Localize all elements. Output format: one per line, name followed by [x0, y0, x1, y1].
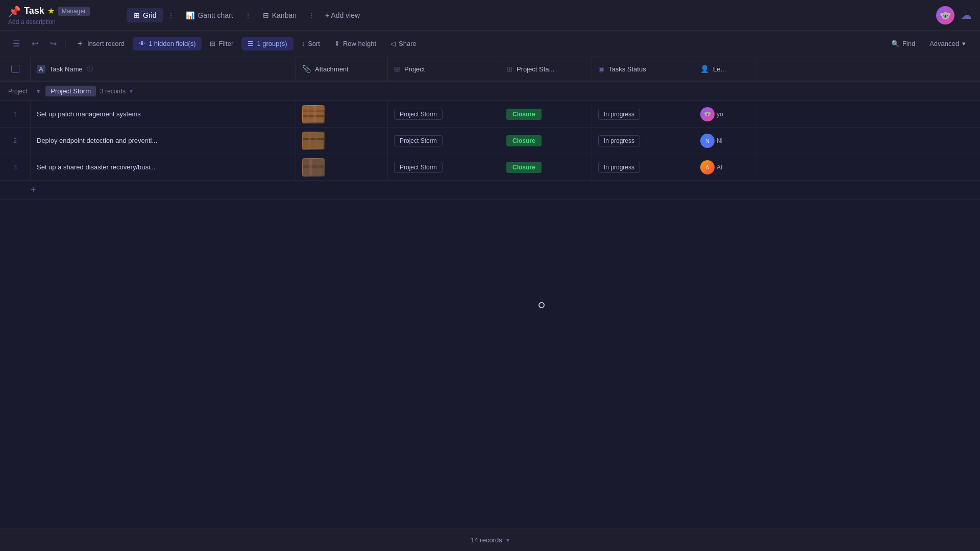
redo-button[interactable]: ↪	[45, 36, 61, 52]
kanban-more-icon[interactable]: ⋮	[306, 9, 317, 21]
cell-project-status-3[interactable]: Closure	[500, 154, 592, 180]
thumb-svg-3	[303, 159, 324, 176]
undo-button[interactable]: ↩	[27, 36, 43, 52]
cell-tasks-status-3[interactable]: In progress	[592, 154, 694, 180]
groups-label: 1 group(s)	[257, 40, 287, 47]
tab-kanban[interactable]: ⊟ Kanban	[256, 8, 304, 22]
star-icon[interactable]: ★	[47, 6, 55, 16]
tab-gantt-label: Gantt chart	[198, 11, 233, 19]
svg-rect-4	[313, 106, 316, 122]
find-button[interactable]: 🔍 Find	[885, 37, 921, 51]
groups-button[interactable]: ☰ 1 group(s)	[241, 37, 293, 51]
col-header-tasks-status[interactable]: ◉ Tasks Status	[592, 57, 694, 81]
cell-project-3[interactable]: Project Storm	[388, 154, 500, 180]
col-header-attachment[interactable]: 📎 Attachment	[296, 57, 388, 81]
tab-grid-label: Grid	[143, 11, 156, 19]
cell-task-name-1[interactable]: Set up patch management systems	[31, 101, 296, 127]
cell-project-status-2[interactable]: Closure	[500, 128, 592, 154]
insert-record-button[interactable]: ＋ Insert record	[70, 35, 131, 52]
cell-lead-3[interactable]: A Al	[694, 154, 755, 180]
advanced-button[interactable]: Advanced ▾	[923, 37, 972, 51]
cell-attachment-2[interactable]	[296, 128, 388, 154]
svg-rect-8	[314, 133, 318, 149]
records-arrow-icon: ▾	[506, 537, 509, 544]
tab-gantt[interactable]: 📊 Gantt chart	[179, 8, 240, 22]
tab-grid[interactable]: ⊞ Grid	[127, 8, 163, 22]
col-header-task-name[interactable]: A Task Name ⓘ	[31, 57, 296, 81]
select-all-checkbox[interactable]	[11, 65, 19, 73]
cell-task-name-2[interactable]: Deploy endpoint detection and preventi..…	[31, 128, 296, 154]
svg-rect-6	[303, 138, 324, 140]
tasks-status-badge-1: In progress	[598, 109, 640, 120]
avatar[interactable]: 🐨	[936, 6, 954, 24]
table-row[interactable]: 2 Deploy endpoint detection and preventi…	[0, 128, 980, 154]
svg-rect-11	[309, 159, 312, 176]
cell-project-status-1[interactable]: Closure	[500, 101, 592, 127]
share-button[interactable]: ◁ Share	[384, 37, 423, 51]
filter-label: Filter	[218, 40, 233, 47]
attachment-type-icon: 📎	[302, 65, 311, 73]
group-count: 3 records	[100, 88, 126, 95]
cell-attachment-1[interactable]	[296, 101, 388, 127]
cell-project-1[interactable]: Project Storm	[388, 101, 500, 127]
group-count-arrow: ▾	[130, 88, 133, 95]
lead-avatar-icon-2: N	[705, 138, 709, 144]
lead-avatar-1: 🐨	[700, 107, 715, 121]
col-header-lead[interactable]: 👤 Le...	[694, 57, 755, 81]
attachment-thumbnail-2	[302, 132, 325, 150]
sort-button[interactable]: ↕ Sort	[296, 37, 326, 51]
cloud-icon[interactable]: ☁	[961, 9, 972, 22]
table-row[interactable]: 1 Set up patch management systems Proje	[0, 101, 980, 128]
task-name-type-icon: A	[37, 65, 45, 73]
filter-button[interactable]: ⊟ Filter	[204, 37, 239, 51]
svg-rect-12	[316, 159, 320, 176]
attachment-thumbnail-3	[302, 158, 325, 177]
svg-rect-10	[303, 165, 324, 168]
lead-avatar-2: N	[700, 134, 715, 148]
app-title-area: 📌 Task ★ Manager Add a description	[8, 5, 110, 26]
info-icon[interactable]: ⓘ	[87, 65, 93, 73]
thumb-svg-1	[303, 106, 324, 122]
col-header-project[interactable]: ⊞ Project	[388, 57, 500, 81]
sort-label: Sort	[308, 40, 320, 47]
gantt-more-icon[interactable]: ⋮	[242, 9, 254, 21]
cell-tasks-status-2[interactable]: In progress	[592, 128, 694, 154]
find-label: Find	[902, 40, 915, 47]
cell-task-name-3[interactable]: Set up a shared disaster recovery/busi..…	[31, 154, 296, 180]
group-collapse-icon[interactable]: ▼	[35, 88, 41, 95]
group-label: Project	[8, 88, 27, 95]
row-number: 3	[0, 154, 31, 180]
lead-avatar-3: A	[700, 160, 715, 174]
add-row-button[interactable]: +	[0, 181, 980, 200]
col-tasks-status-label: Tasks Status	[608, 65, 646, 73]
eye-icon: 👁	[139, 40, 145, 47]
avatar-icon: 🐨	[940, 10, 951, 21]
sort-icon: ↕	[302, 40, 305, 47]
cell-attachment-3[interactable]	[296, 154, 388, 180]
kanban-icon: ⊟	[263, 11, 269, 19]
cell-lead-2[interactable]: N Ni	[694, 128, 755, 154]
row-height-button[interactable]: ⇕ Row height	[328, 37, 382, 51]
plus-icon: ＋	[76, 38, 84, 49]
project-status-badge-1: Closure	[506, 109, 542, 120]
col-project-status-label: Project Sta...	[517, 65, 554, 73]
group-value-tag: Project Storm	[45, 86, 96, 96]
task-name-text: Deploy endpoint detection and preventi..…	[37, 137, 157, 144]
cell-lead-1[interactable]: 🐨 yo	[694, 101, 755, 127]
grid-more-icon[interactable]: ⋮	[165, 9, 177, 21]
hidden-fields-button[interactable]: 👁 1 hidden field(s)	[133, 37, 202, 51]
thumb-inner-1	[302, 105, 325, 123]
col-header-project-status[interactable]: ⊞ Project Sta...	[500, 57, 592, 81]
cell-tasks-status-1[interactable]: In progress	[592, 101, 694, 127]
toolbar-right: 🔍 Find Advanced ▾	[885, 37, 972, 51]
row-height-icon: ⇕	[334, 40, 340, 47]
nav-menu-button[interactable]: ☰	[8, 36, 24, 52]
table-row[interactable]: 3 Set up a shared disaster recovery/busi…	[0, 154, 980, 181]
select-all-checkbox-cell	[0, 57, 31, 81]
lead-name-2: Ni	[717, 137, 722, 144]
app-description[interactable]: Add a description	[8, 18, 110, 26]
add-view-button[interactable]: + Add view	[319, 8, 366, 22]
cell-project-2[interactable]: Project Storm	[388, 128, 500, 154]
row-num-value: 3	[13, 164, 17, 171]
hidden-fields-label: 1 hidden field(s)	[149, 40, 196, 47]
